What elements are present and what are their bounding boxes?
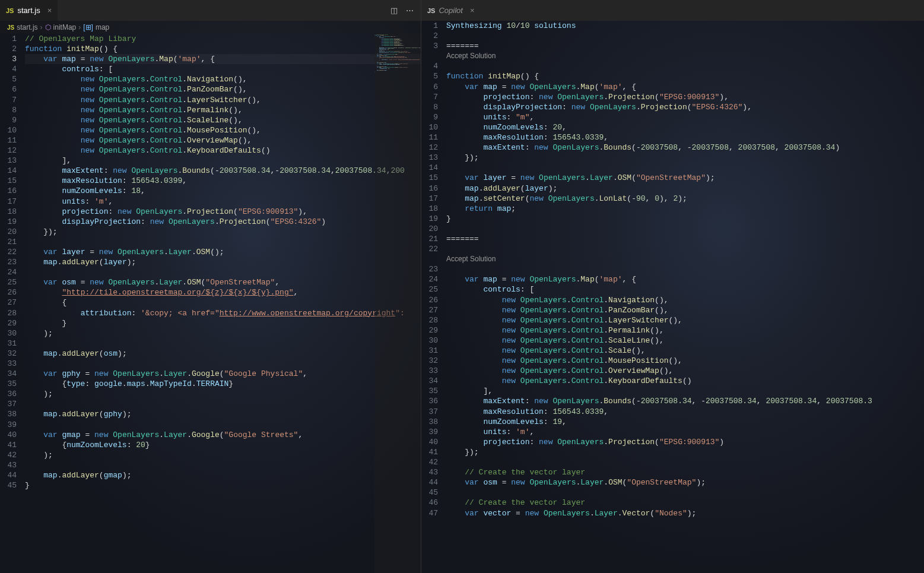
code-line[interactable]: // Openlayers Map Libary	[25, 34, 421, 44]
code-line[interactable]: map.addLayer(osm);	[25, 349, 421, 359]
code-line[interactable]: map.addLayer(gphy);	[25, 409, 421, 419]
code-line[interactable]	[446, 163, 924, 173]
code-line[interactable]: attribution: '&copy; <a href="http://www…	[25, 308, 421, 318]
code-line[interactable]	[446, 224, 924, 234]
code-line[interactable]: // Create the vector layer	[446, 467, 924, 477]
code-line[interactable]	[25, 460, 421, 470]
code-line[interactable]: units: 'm',	[25, 197, 421, 207]
code-line[interactable]	[446, 457, 924, 467]
code-line[interactable]: var gphy = new OpenLayers.Layer.Google("…	[25, 369, 421, 379]
code-line[interactable]: "http://tile.openstreetmap.org/${z}/${x}…	[25, 287, 421, 297]
code-line[interactable]: {numZoomLevels: 20}	[25, 440, 421, 450]
code-line[interactable]: new OpenLayers.Control.OverviewMap(),	[446, 366, 924, 376]
code-line[interactable]: }	[446, 214, 924, 224]
code-line[interactable]: new OpenLayers.Control.Navigation(),	[446, 295, 924, 305]
code-line[interactable]: new OpenLayers.Control.PanZoomBar(),	[25, 84, 421, 94]
code-line[interactable]: var map = new OpenLayers.Map('map', {	[446, 274, 924, 284]
code-line[interactable]: // Create the vector layer	[446, 498, 924, 508]
code-line[interactable]: new OpenLayers.Control.KeyboardDefaults(…	[446, 376, 924, 386]
code-line[interactable]	[446, 264, 924, 274]
code-line[interactable]: map.addLayer(gmap);	[25, 470, 421, 480]
code-line[interactable]: displayProjection: new OpenLayers.Projec…	[446, 102, 924, 112]
code-line[interactable]: =======	[446, 234, 924, 244]
code-line[interactable]: units: 'm',	[446, 427, 924, 437]
tab-copilot[interactable]: JS Copilot ×	[421, 0, 481, 21]
code-line[interactable]: controls: [	[446, 284, 924, 295]
code-content[interactable]: // Openlayers Map Libaryfunction initMap…	[25, 34, 421, 573]
code-line[interactable]: function initMap() {	[446, 71, 924, 81]
code-line[interactable]: var vector = new OpenLayers.Layer.Vector…	[446, 508, 924, 518]
code-line[interactable]	[25, 237, 421, 247]
code-line[interactable]: function initMap() {	[25, 44, 421, 54]
code-line[interactable]: maxResolution: 156543.0339,	[446, 407, 924, 417]
code-line[interactable]: projection: new OpenLayers.Projection("E…	[25, 207, 421, 217]
code-line[interactable]: new OpenLayers.Control.Navigation(),	[25, 74, 421, 84]
code-line[interactable]	[25, 338, 421, 349]
code-line[interactable]: new OpenLayers.Control.LayerSwitcher(),	[25, 95, 421, 105]
code-line[interactable]: );	[25, 450, 421, 460]
code-line[interactable]: map.addLayer(layer);	[446, 183, 924, 194]
code-line[interactable]: maxExtent: new OpenLayers.Bounds(-200375…	[446, 396, 924, 406]
breadcrumb-symbol[interactable]: map	[96, 23, 109, 31]
code-line[interactable]: Synthesizing 10/10 solutions	[446, 21, 924, 31]
code-line[interactable]: {type: google.maps.MapTypeId.TERRAIN}	[25, 379, 421, 389]
code-line[interactable]: projection: new OpenLayers.Projection("E…	[446, 92, 924, 102]
code-line[interactable]: new OpenLayers.Control.OverviewMap(),	[25, 135, 421, 145]
code-line[interactable]: new OpenLayers.Control.MousePosition(),	[25, 125, 421, 135]
code-line[interactable]: var osm = new OpenLayers.Layer.OSM("Open…	[446, 477, 924, 487]
code-line[interactable]	[446, 31, 924, 41]
code-editor-left[interactable]: 1234567891011121314151617181920212223242…	[0, 34, 421, 573]
code-line[interactable]: return map;	[446, 204, 924, 214]
code-line[interactable]	[446, 244, 924, 254]
breadcrumb-file[interactable]: start.js	[17, 23, 37, 31]
code-content[interactable]: Synthesizing 10/10 solutions =======Acce…	[446, 21, 924, 573]
code-line[interactable]: });	[446, 447, 924, 457]
code-line[interactable]: new OpenLayers.Control.Permalink(),	[25, 105, 421, 115]
code-line[interactable]: var map = new OpenLayers.Map('map', {	[25, 54, 421, 64]
code-line[interactable]: var gmap = new OpenLayers.Layer.Google("…	[25, 430, 421, 440]
code-line[interactable]: new OpenLayers.Control.LayerSwitcher(),	[446, 315, 924, 325]
code-line[interactable]: maxResolution: 156543.0399,	[25, 176, 421, 186]
code-line[interactable]: new OpenLayers.Control.KeyboardDefaults(…	[25, 145, 421, 156]
code-line[interactable]: var layer = new OpenLayers.Layer.OSM("Op…	[446, 173, 924, 183]
code-line[interactable]: });	[446, 153, 924, 163]
code-line[interactable]: =======	[446, 41, 924, 51]
code-line[interactable]: numZoomLevels: 20,	[446, 122, 924, 132]
minimap[interactable]: // Openlayers Map Libaryfunction initMap…	[374, 34, 421, 573]
code-line[interactable]: var osm = new OpenLayers.Layer.OSM("Open…	[25, 277, 421, 287]
breadcrumb[interactable]: JS start.js › ⬡ initMap › [⊞] map	[0, 21, 421, 34]
code-line[interactable]: numZoomLevels: 18,	[25, 186, 421, 196]
code-line[interactable]: var map = new OpenLayers.Map('map', {	[446, 82, 924, 92]
code-line[interactable]: new OpenLayers.Control.Scale(),	[446, 346, 924, 356]
code-line[interactable]	[446, 61, 924, 71]
code-line[interactable]	[25, 267, 421, 277]
code-line[interactable]: new OpenLayers.Control.ScaleLine(),	[446, 335, 924, 346]
code-line[interactable]	[446, 487, 924, 498]
code-line[interactable]: }	[25, 480, 421, 490]
breadcrumb-symbol[interactable]: initMap	[53, 23, 77, 31]
code-editor-right[interactable]: 123 45678910111213141516171819202122 232…	[421, 21, 924, 573]
code-line[interactable]: units: "m",	[446, 112, 924, 122]
codelens-accept-solution[interactable]: Accept Solution	[446, 51, 924, 61]
code-line[interactable]: {	[25, 297, 421, 308]
code-line[interactable]	[25, 420, 421, 430]
code-line[interactable]: );	[25, 328, 421, 338]
code-line[interactable]: );	[25, 389, 421, 399]
more-actions-icon[interactable]: ⋯	[406, 6, 414, 15]
code-line[interactable]: displayProjection: new OpenLayers.Projec…	[25, 217, 421, 227]
tab-start-js[interactable]: JS start.js ×	[0, 0, 58, 21]
split-editor-icon[interactable]: ◫	[390, 6, 398, 15]
code-line[interactable]	[25, 399, 421, 409]
code-line[interactable]: });	[25, 227, 421, 237]
code-line[interactable]: map.setCenter(new OpenLayers.LonLat(-90,…	[446, 194, 924, 204]
code-line[interactable]: new OpenLayers.Control.MousePosition(),	[446, 356, 924, 366]
codelens-accept-solution[interactable]: Accept Solution	[446, 254, 924, 264]
close-tab-icon[interactable]: ×	[470, 6, 475, 15]
code-line[interactable]: var layer = new OpenLayers.Layer.OSM();	[25, 247, 421, 257]
code-line[interactable]: projection: new OpenLayers.Projection("E…	[446, 437, 924, 447]
code-line[interactable]: maxExtent: new OpenLayers.Bounds(-200375…	[446, 143, 924, 153]
code-line[interactable]: new OpenLayers.Control.Permalink(),	[446, 325, 924, 335]
code-line[interactable]: ],	[25, 156, 421, 166]
close-tab-icon[interactable]: ×	[47, 6, 52, 15]
code-line[interactable]: maxResolution: 156543.0339,	[446, 132, 924, 143]
